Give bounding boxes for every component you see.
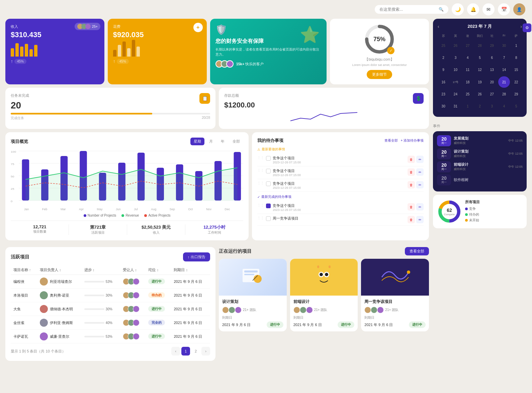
- cal-day-2next[interactable]: 2: [474, 100, 485, 112]
- cal-day-15[interactable]: 15: [511, 64, 522, 76]
- search-input[interactable]: [379, 7, 436, 12]
- event-item-3: 20 周一 前端设计 威特科技 中午 12:05: [437, 161, 523, 172]
- todo-delete-3[interactable]: 🗑: [408, 181, 415, 188]
- export-button[interactable]: ↑ 出口报告: [183, 252, 210, 261]
- cal-day-24[interactable]: 24: [450, 88, 461, 100]
- todo-edit-3[interactable]: ✏: [416, 181, 424, 188]
- drag-handle-3[interactable]: ⋮⋮: [257, 181, 264, 185]
- cal-day-25prev[interactable]: 25: [438, 40, 449, 51]
- cal-day-2[interactable]: 2: [438, 52, 449, 63]
- tab-month[interactable]: 月: [206, 138, 216, 145]
- cal-day-6[interactable]: 6: [486, 52, 498, 63]
- tab-week[interactable]: 星期: [190, 138, 204, 145]
- cal-day-22[interactable]: 22: [511, 76, 522, 88]
- cal-day-27prev[interactable]: 27: [462, 40, 473, 51]
- calendar-icon[interactable]: 📅: [498, 3, 510, 15]
- cal-day-14[interactable]: 14: [498, 64, 510, 76]
- cal-day-17[interactable]: 17号: [450, 76, 461, 88]
- cal-day-4[interactable]: 4: [462, 52, 473, 63]
- cal-day-18[interactable]: 18: [462, 76, 473, 88]
- calendar-settings-icon[interactable]: ⚙: [523, 23, 531, 32]
- todo-edit-5[interactable]: ✏: [416, 216, 424, 223]
- cal-day-19[interactable]: 19: [474, 76, 485, 88]
- bell-icon[interactable]: 🔔: [467, 3, 479, 15]
- cal-day-11[interactable]: 11: [462, 64, 473, 76]
- mail-icon[interactable]: ✉: [482, 3, 495, 15]
- cal-day-3[interactable]: 3: [450, 52, 461, 63]
- todo-checkbox-1[interactable]: [266, 156, 271, 161]
- cal-day-8[interactable]: 8: [511, 52, 522, 63]
- todo-edit-2[interactable]: ✏: [416, 168, 424, 176]
- col-lead[interactable]: 项目负责人 ↕: [37, 265, 82, 275]
- col-progress[interactable]: 进步 ↕: [82, 265, 120, 275]
- todo-delete-5[interactable]: 🗑: [408, 216, 415, 223]
- cal-day-10[interactable]: 10: [450, 64, 461, 76]
- cal-day-9[interactable]: 9: [438, 64, 449, 76]
- cal-day-30prev[interactable]: 30: [498, 40, 510, 51]
- running-card-frontend: 前端设计 21+ 团队 到期日 2021 年 9 月 6 日 进行中: [290, 259, 358, 331]
- drag-handle-1[interactable]: ⋮⋮: [257, 156, 264, 159]
- moon-icon[interactable]: 🌙: [452, 3, 464, 15]
- todo-delete-1[interactable]: 🗑: [408, 156, 415, 163]
- col-due[interactable]: 到期日 ↕: [171, 265, 210, 275]
- cal-day-13[interactable]: 13: [486, 64, 498, 76]
- todo-checkbox-2[interactable]: [266, 169, 271, 173]
- todo-delete-4[interactable]: 🗑: [408, 203, 415, 211]
- add-expense-button[interactable]: +: [193, 23, 203, 32]
- drag-handle-2[interactable]: ⋮⋮: [257, 168, 264, 172]
- cal-day-23[interactable]: 23: [438, 88, 449, 100]
- todo-add-button[interactable]: + 添加待办事项: [401, 138, 424, 143]
- cal-prev-button[interactable]: ‹: [438, 24, 439, 29]
- page-prev-button[interactable]: ‹: [171, 347, 180, 356]
- cal-day-26prev[interactable]: 26: [450, 40, 461, 51]
- page-1-button[interactable]: 1: [181, 347, 190, 356]
- todo-checkbox-5[interactable]: [266, 216, 271, 221]
- cal-day-16[interactable]: 16: [438, 76, 449, 88]
- todo-checkbox-3[interactable]: [266, 181, 271, 186]
- more-details-button[interactable]: 更多细节: [367, 70, 392, 79]
- todo-view-all[interactable]: 查看全部: [384, 138, 398, 143]
- user-avatar[interactable]: 👤: [513, 3, 525, 15]
- tab-year[interactable]: 年: [217, 138, 228, 145]
- cal-day-21-today[interactable]: 21: [498, 76, 510, 88]
- search-box[interactable]: 🔍: [375, 5, 448, 14]
- cal-day-28prev[interactable]: 28: [474, 40, 485, 51]
- cal-day-5next[interactable]: 5: [511, 100, 522, 112]
- cal-day-12[interactable]: 12: [474, 64, 485, 76]
- event-sub-2: 威特科技: [454, 154, 506, 158]
- page-2-button[interactable]: 2: [191, 347, 200, 356]
- cal-day-20[interactable]: 20: [486, 76, 498, 88]
- drag-handle-4[interactable]: ⋮⋮: [257, 203, 264, 207]
- event-badge-1: 20 周一: [437, 135, 451, 146]
- cal-day-4next[interactable]: 4: [498, 100, 510, 112]
- cal-day-1[interactable]: 1: [511, 40, 522, 51]
- todo-delete-2[interactable]: 🗑: [408, 168, 415, 176]
- cal-day-30[interactable]: 30: [438, 100, 449, 112]
- cal-day-29[interactable]: 29: [511, 88, 522, 100]
- todo-edit-1[interactable]: ✏: [416, 156, 424, 163]
- col-name[interactable]: 项目名称 ↑: [11, 265, 37, 275]
- col-status[interactable]: 坨位 ↕: [146, 265, 171, 275]
- cell-status-2: 进行中: [146, 302, 171, 316]
- cal-header-fr: Fr: [498, 33, 510, 39]
- cal-day-7[interactable]: 7: [498, 52, 510, 63]
- cal-day-27[interactable]: 27: [486, 88, 498, 100]
- col-assignee[interactable]: 受让人 ↕: [120, 265, 146, 275]
- event-day-4: 20: [439, 176, 449, 180]
- todo-checkbox-4[interactable]: [266, 204, 271, 208]
- cal-day-1next[interactable]: 1: [462, 100, 473, 112]
- cal-day-5[interactable]: 5: [474, 52, 485, 63]
- cal-day-28[interactable]: 28: [498, 88, 510, 100]
- cal-day-25[interactable]: 25: [462, 88, 473, 100]
- tab-all[interactable]: 全部: [229, 138, 243, 145]
- todo-edit-4[interactable]: ✏: [416, 203, 424, 211]
- cal-day-3next[interactable]: 3: [486, 100, 498, 112]
- page-next-button[interactable]: ›: [201, 347, 210, 356]
- cal-day-26[interactable]: 26: [474, 88, 485, 100]
- event-badge-2: 20 周一: [437, 148, 451, 159]
- drag-handle-5[interactable]: ⋮⋮: [257, 216, 264, 220]
- cal-day-29prev[interactable]: 29: [486, 40, 498, 51]
- cal-next-button[interactable]: ›: [520, 24, 522, 29]
- running-view-all-button[interactable]: 查看全部: [405, 247, 429, 255]
- cal-day-31[interactable]: 31: [450, 100, 461, 112]
